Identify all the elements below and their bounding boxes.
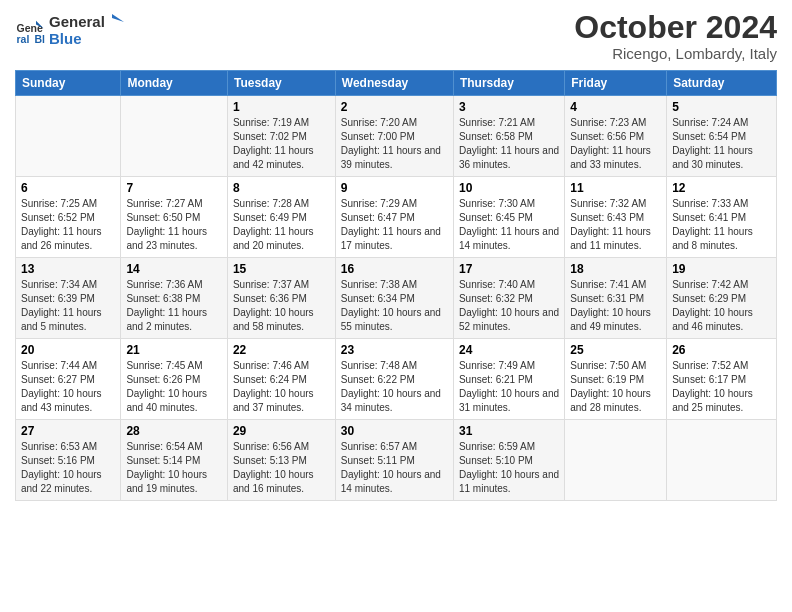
sunset-text: Sunset: 6:45 PM bbox=[459, 212, 533, 223]
daylight-text: Daylight: 10 hours and 49 minutes. bbox=[570, 307, 651, 332]
cell-3-5: 17 Sunrise: 7:40 AM Sunset: 6:32 PM Dayl… bbox=[453, 258, 564, 339]
cell-4-5: 24 Sunrise: 7:49 AM Sunset: 6:21 PM Dayl… bbox=[453, 339, 564, 420]
cell-4-4: 23 Sunrise: 7:48 AM Sunset: 6:22 PM Dayl… bbox=[335, 339, 453, 420]
cell-2-2: 7 Sunrise: 7:27 AM Sunset: 6:50 PM Dayli… bbox=[121, 177, 228, 258]
day-number: 26 bbox=[672, 343, 771, 357]
cell-5-1: 27 Sunrise: 6:53 AM Sunset: 5:16 PM Dayl… bbox=[16, 420, 121, 501]
day-info: Sunrise: 7:41 AM Sunset: 6:31 PM Dayligh… bbox=[570, 278, 661, 334]
cell-1-3: 1 Sunrise: 7:19 AM Sunset: 7:02 PM Dayli… bbox=[227, 96, 335, 177]
sunrise-text: Sunrise: 7:28 AM bbox=[233, 198, 309, 209]
day-info: Sunrise: 7:34 AM Sunset: 6:39 PM Dayligh… bbox=[21, 278, 115, 334]
day-info: Sunrise: 7:37 AM Sunset: 6:36 PM Dayligh… bbox=[233, 278, 330, 334]
day-info: Sunrise: 6:56 AM Sunset: 5:13 PM Dayligh… bbox=[233, 440, 330, 496]
day-number: 2 bbox=[341, 100, 448, 114]
sunset-text: Sunset: 6:36 PM bbox=[233, 293, 307, 304]
sunrise-text: Sunrise: 7:50 AM bbox=[570, 360, 646, 371]
daylight-text: Daylight: 10 hours and 43 minutes. bbox=[21, 388, 102, 413]
cell-5-6 bbox=[565, 420, 667, 501]
day-number: 30 bbox=[341, 424, 448, 438]
day-number: 27 bbox=[21, 424, 115, 438]
day-info: Sunrise: 7:20 AM Sunset: 7:00 PM Dayligh… bbox=[341, 116, 448, 172]
day-info: Sunrise: 7:40 AM Sunset: 6:32 PM Dayligh… bbox=[459, 278, 559, 334]
logo-svg: General Blue bbox=[49, 10, 129, 50]
sunrise-text: Sunrise: 7:29 AM bbox=[341, 198, 417, 209]
daylight-text: Daylight: 10 hours and 19 minutes. bbox=[126, 469, 207, 494]
week-row-1: 1 Sunrise: 7:19 AM Sunset: 7:02 PM Dayli… bbox=[16, 96, 777, 177]
day-info: Sunrise: 7:42 AM Sunset: 6:29 PM Dayligh… bbox=[672, 278, 771, 334]
day-number: 25 bbox=[570, 343, 661, 357]
day-number: 13 bbox=[21, 262, 115, 276]
day-info: Sunrise: 7:52 AM Sunset: 6:17 PM Dayligh… bbox=[672, 359, 771, 415]
day-info: Sunrise: 7:24 AM Sunset: 6:54 PM Dayligh… bbox=[672, 116, 771, 172]
day-info: Sunrise: 7:30 AM Sunset: 6:45 PM Dayligh… bbox=[459, 197, 559, 253]
cell-4-2: 21 Sunrise: 7:45 AM Sunset: 6:26 PM Dayl… bbox=[121, 339, 228, 420]
cell-5-7 bbox=[667, 420, 777, 501]
day-number: 10 bbox=[459, 181, 559, 195]
sunset-text: Sunset: 6:17 PM bbox=[672, 374, 746, 385]
daylight-text: Daylight: 10 hours and 46 minutes. bbox=[672, 307, 753, 332]
cell-4-3: 22 Sunrise: 7:46 AM Sunset: 6:24 PM Dayl… bbox=[227, 339, 335, 420]
header-friday: Friday bbox=[565, 71, 667, 96]
sunset-text: Sunset: 5:11 PM bbox=[341, 455, 415, 466]
week-row-5: 27 Sunrise: 6:53 AM Sunset: 5:16 PM Dayl… bbox=[16, 420, 777, 501]
logo-icon: Gene ral Blue bbox=[15, 17, 45, 47]
sunset-text: Sunset: 6:19 PM bbox=[570, 374, 644, 385]
daylight-text: Daylight: 11 hours and 5 minutes. bbox=[21, 307, 102, 332]
cell-1-6: 4 Sunrise: 7:23 AM Sunset: 6:56 PM Dayli… bbox=[565, 96, 667, 177]
day-info: Sunrise: 7:32 AM Sunset: 6:43 PM Dayligh… bbox=[570, 197, 661, 253]
header-thursday: Thursday bbox=[453, 71, 564, 96]
header-wednesday: Wednesday bbox=[335, 71, 453, 96]
day-info: Sunrise: 7:23 AM Sunset: 6:56 PM Dayligh… bbox=[570, 116, 661, 172]
day-number: 12 bbox=[672, 181, 771, 195]
cell-2-5: 10 Sunrise: 7:30 AM Sunset: 6:45 PM Dayl… bbox=[453, 177, 564, 258]
cell-3-4: 16 Sunrise: 7:38 AM Sunset: 6:34 PM Dayl… bbox=[335, 258, 453, 339]
daylight-text: Daylight: 10 hours and 31 minutes. bbox=[459, 388, 559, 413]
daylight-text: Daylight: 10 hours and 40 minutes. bbox=[126, 388, 207, 413]
day-info: Sunrise: 6:54 AM Sunset: 5:14 PM Dayligh… bbox=[126, 440, 222, 496]
daylight-text: Daylight: 11 hours and 26 minutes. bbox=[21, 226, 102, 251]
svg-text:Blue: Blue bbox=[49, 30, 82, 47]
sunset-text: Sunset: 7:02 PM bbox=[233, 131, 307, 142]
svg-text:General: General bbox=[49, 13, 105, 30]
week-row-4: 20 Sunrise: 7:44 AM Sunset: 6:27 PM Dayl… bbox=[16, 339, 777, 420]
calendar-subtitle: Ricengo, Lombardy, Italy bbox=[574, 45, 777, 62]
day-info: Sunrise: 7:50 AM Sunset: 6:19 PM Dayligh… bbox=[570, 359, 661, 415]
day-number: 5 bbox=[672, 100, 771, 114]
sunset-text: Sunset: 6:24 PM bbox=[233, 374, 307, 385]
daylight-text: Daylight: 10 hours and 58 minutes. bbox=[233, 307, 314, 332]
daylight-text: Daylight: 10 hours and 22 minutes. bbox=[21, 469, 102, 494]
day-info: Sunrise: 7:21 AM Sunset: 6:58 PM Dayligh… bbox=[459, 116, 559, 172]
day-number: 19 bbox=[672, 262, 771, 276]
cell-4-1: 20 Sunrise: 7:44 AM Sunset: 6:27 PM Dayl… bbox=[16, 339, 121, 420]
sunset-text: Sunset: 6:54 PM bbox=[672, 131, 746, 142]
day-number: 6 bbox=[21, 181, 115, 195]
daylight-text: Daylight: 11 hours and 23 minutes. bbox=[126, 226, 207, 251]
day-info: Sunrise: 7:36 AM Sunset: 6:38 PM Dayligh… bbox=[126, 278, 222, 334]
daylight-text: Daylight: 10 hours and 14 minutes. bbox=[341, 469, 441, 494]
daylight-text: Daylight: 11 hours and 8 minutes. bbox=[672, 226, 753, 251]
sunset-text: Sunset: 6:32 PM bbox=[459, 293, 533, 304]
calendar-title: October 2024 bbox=[574, 10, 777, 45]
sunrise-text: Sunrise: 7:41 AM bbox=[570, 279, 646, 290]
sunrise-text: Sunrise: 7:42 AM bbox=[672, 279, 748, 290]
cell-1-7: 5 Sunrise: 7:24 AM Sunset: 6:54 PM Dayli… bbox=[667, 96, 777, 177]
daylight-text: Daylight: 10 hours and 37 minutes. bbox=[233, 388, 314, 413]
sunset-text: Sunset: 7:00 PM bbox=[341, 131, 415, 142]
daylight-text: Daylight: 11 hours and 14 minutes. bbox=[459, 226, 559, 251]
week-row-2: 6 Sunrise: 7:25 AM Sunset: 6:52 PM Dayli… bbox=[16, 177, 777, 258]
cell-1-5: 3 Sunrise: 7:21 AM Sunset: 6:58 PM Dayli… bbox=[453, 96, 564, 177]
sunrise-text: Sunrise: 6:54 AM bbox=[126, 441, 202, 452]
logo: Gene ral Blue General Blue bbox=[15, 10, 129, 54]
header-tuesday: Tuesday bbox=[227, 71, 335, 96]
day-info: Sunrise: 6:59 AM Sunset: 5:10 PM Dayligh… bbox=[459, 440, 559, 496]
cell-3-2: 14 Sunrise: 7:36 AM Sunset: 6:38 PM Dayl… bbox=[121, 258, 228, 339]
day-number: 15 bbox=[233, 262, 330, 276]
sunrise-text: Sunrise: 7:25 AM bbox=[21, 198, 97, 209]
week-row-3: 13 Sunrise: 7:34 AM Sunset: 6:39 PM Dayl… bbox=[16, 258, 777, 339]
sunrise-text: Sunrise: 7:37 AM bbox=[233, 279, 309, 290]
calendar-table: Sunday Monday Tuesday Wednesday Thursday… bbox=[15, 70, 777, 501]
cell-2-3: 8 Sunrise: 7:28 AM Sunset: 6:49 PM Dayli… bbox=[227, 177, 335, 258]
day-info: Sunrise: 7:49 AM Sunset: 6:21 PM Dayligh… bbox=[459, 359, 559, 415]
sunrise-text: Sunrise: 7:21 AM bbox=[459, 117, 535, 128]
sunset-text: Sunset: 6:49 PM bbox=[233, 212, 307, 223]
